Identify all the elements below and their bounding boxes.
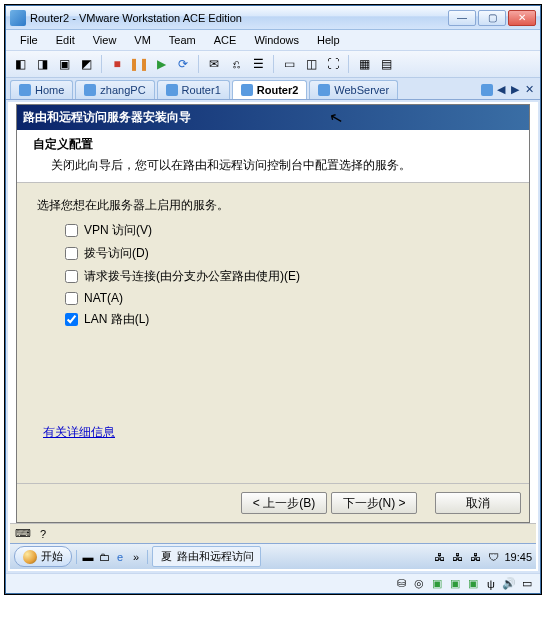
option-lan-routing[interactable]: LAN 路由(L) [65, 311, 509, 328]
stop-button[interactable]: ■ [107, 54, 127, 74]
menu-windows[interactable]: Windows [246, 32, 307, 48]
more-info-link[interactable]: 有关详细信息 [43, 424, 115, 441]
sidebar-button[interactable]: ▤ [376, 54, 396, 74]
net-adapter-2-icon[interactable]: ▣ [448, 577, 462, 591]
power-off-button[interactable]: ◧ [10, 54, 30, 74]
app-icon [10, 10, 26, 26]
fullscreen-button[interactable]: ⛶ [323, 54, 343, 74]
vmware-statusbar: ⛁ ◎ ▣ ▣ ▣ ψ 🔊 ▭ [6, 573, 540, 593]
tab-label: WebServer [334, 84, 389, 96]
service-checklist: VPN 访问(V) 拨号访问(D) 请求拨号连接(由分支办公室路由使用)(E) … [65, 222, 509, 328]
tab-scroll-left[interactable]: ◀ [495, 83, 507, 96]
tab-close[interactable]: ✕ [523, 83, 536, 96]
rras-icon: 夏 [159, 550, 173, 564]
vm-icon [241, 84, 253, 96]
option-nat[interactable]: NAT(A) [65, 291, 509, 305]
help-icon[interactable]: ? [36, 527, 50, 541]
tab-webserver[interactable]: WebServer [309, 80, 398, 99]
snapshot-button[interactable]: ✉ [204, 54, 224, 74]
vmtools-icon[interactable]: ▭ [520, 577, 534, 591]
menubar: File Edit View VM Team ACE Windows Help [6, 30, 540, 51]
minimize-button[interactable]: — [448, 10, 476, 26]
tab-scroll-right[interactable]: ▶ [509, 83, 521, 96]
manage-snapshots-button[interactable]: ☰ [248, 54, 268, 74]
revert-button[interactable]: ⎌ [226, 54, 246, 74]
option-label: LAN 路由(L) [84, 311, 149, 328]
option-vpn[interactable]: VPN 访问(V) [65, 222, 509, 239]
option-label: 请求拨号连接(由分支办公室路由使用)(E) [84, 268, 300, 285]
tab-router2[interactable]: Router2 [232, 80, 308, 99]
titlebar[interactable]: Router2 - VMware Workstation ACE Edition… [6, 6, 540, 30]
sound-icon[interactable]: 🔊 [502, 577, 516, 591]
start-button[interactable]: 开始 [14, 546, 72, 567]
show-console-button[interactable]: ▭ [279, 54, 299, 74]
menu-edit[interactable]: Edit [48, 32, 83, 48]
checkbox-demand-dial[interactable] [65, 270, 78, 283]
tab-zhangpc[interactable]: zhangPC [75, 80, 154, 99]
option-label: 拨号访问(D) [84, 245, 149, 262]
start-label: 开始 [41, 549, 63, 564]
explorer-icon[interactable]: 🗀 [97, 550, 111, 564]
option-demand-dial[interactable]: 请求拨号连接(由分支办公室路由使用)(E) [65, 268, 509, 285]
unity-button[interactable]: ▦ [354, 54, 374, 74]
quick-switch-button[interactable]: ◫ [301, 54, 321, 74]
option-dialup[interactable]: 拨号访问(D) [65, 245, 509, 262]
menu-vm[interactable]: VM [126, 32, 159, 48]
guest-statusbar: ⌨ ? [10, 523, 536, 543]
toolbar: ◧ ◨ ▣ ◩ ■ ❚❚ ▶ ⟳ ✉ ⎌ ☰ ▭ ◫ ⛶ ▦ ▤ [6, 51, 540, 78]
tab-router1[interactable]: Router1 [157, 80, 230, 99]
wizard-description: 关闭此向导后，您可以在路由和远程访问控制台中配置选择的服务。 [51, 157, 519, 174]
keyboard-icon: ⌨ [16, 527, 30, 541]
window-title: Router2 - VMware Workstation ACE Edition [30, 12, 448, 24]
hdd-icon[interactable]: ⛁ [394, 577, 408, 591]
guest-display: ↖ 路由和远程访问服务器安装向导 自定义配置 关闭此向导后，您可以在路由和远程访… [6, 100, 540, 573]
menu-help[interactable]: Help [309, 32, 348, 48]
chevron-right-icon[interactable]: » [129, 550, 143, 564]
overflow-tab-icon[interactable] [481, 84, 493, 96]
tab-label: Router1 [182, 84, 221, 96]
checkbox-nat[interactable] [65, 292, 78, 305]
wizard-window: ↖ 路由和远程访问服务器安装向导 自定义配置 关闭此向导后，您可以在路由和远程访… [16, 104, 530, 523]
cd-icon[interactable]: ◎ [412, 577, 426, 591]
show-desktop-icon[interactable]: ▬ [81, 550, 95, 564]
checkbox-vpn[interactable] [65, 224, 78, 237]
app-window: Router2 - VMware Workstation ACE Edition… [5, 5, 541, 594]
network-1-icon[interactable]: 🖧 [432, 550, 446, 564]
net-adapter-1-icon[interactable]: ▣ [430, 577, 444, 591]
vm-icon [318, 84, 330, 96]
menu-team[interactable]: Team [161, 32, 204, 48]
option-label: VPN 访问(V) [84, 222, 152, 239]
menu-view[interactable]: View [85, 32, 125, 48]
restart-button[interactable]: ⟳ [173, 54, 193, 74]
taskbar-item-rras[interactable]: 夏 路由和远程访问 [152, 546, 261, 567]
clock[interactable]: 19:45 [504, 551, 532, 563]
net-adapter-3-icon[interactable]: ▣ [466, 577, 480, 591]
reset-button[interactable]: ◩ [76, 54, 96, 74]
vm-icon [84, 84, 96, 96]
network-2-icon[interactable]: 🖧 [450, 550, 464, 564]
pause-button[interactable]: ❚❚ [129, 54, 149, 74]
next-button[interactable]: 下一步(N) > [331, 492, 417, 514]
suspend-button[interactable]: ◨ [32, 54, 52, 74]
home-icon [19, 84, 31, 96]
quick-launch: ▬ 🗀 e » [76, 550, 148, 564]
cancel-button[interactable]: 取消 [435, 492, 521, 514]
option-label: NAT(A) [84, 291, 123, 305]
tab-home[interactable]: Home [10, 80, 73, 99]
checkbox-lan-routing[interactable] [65, 313, 78, 326]
task-label: 路由和远程访问 [177, 549, 254, 564]
back-button[interactable]: < 上一步(B) [241, 492, 327, 514]
start-orb-icon [23, 550, 37, 564]
security-icon[interactable]: 🛡 [486, 550, 500, 564]
menu-ace[interactable]: ACE [206, 32, 245, 48]
network-3-icon[interactable]: 🖧 [468, 550, 482, 564]
ie-icon[interactable]: e [113, 550, 127, 564]
play-button[interactable]: ▶ [151, 54, 171, 74]
menu-file[interactable]: File [12, 32, 46, 48]
maximize-button[interactable]: ▢ [478, 10, 506, 26]
close-button[interactable]: ✕ [508, 10, 536, 26]
wizard-prompt: 选择您想在此服务器上启用的服务。 [37, 197, 509, 214]
usb-icon[interactable]: ψ [484, 577, 498, 591]
power-on-button[interactable]: ▣ [54, 54, 74, 74]
checkbox-dialup[interactable] [65, 247, 78, 260]
